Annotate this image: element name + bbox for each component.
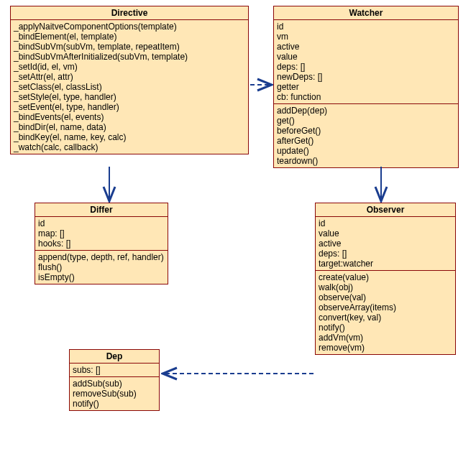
class-box-watcher: Watcher id vm active value deps: [] newD… [273,6,459,168]
method: _setClass(el, classList) [14,82,245,92]
method: teardown() [277,156,455,166]
method: convert(key, val) [319,313,452,323]
attribute: id [319,218,452,228]
attribute: deps: [] [277,62,455,72]
method: create(value) [319,272,452,282]
class-attributes: subs: [] [70,364,159,377]
method: _setEvent(el, type, handler) [14,102,245,112]
class-box-dep: Dep subs: [] addSub(sub) removeSub(sub) … [69,349,160,411]
class-box-directive: Directive _applyNaitveComponentOptions(t… [10,6,249,154]
attribute: vm [277,32,455,42]
attribute: deps: [] [319,249,452,259]
method: notify() [73,399,156,409]
class-methods: append(type, depth, ref, handler) flush(… [35,251,168,284]
method: flush() [38,262,165,272]
class-title: Observer [316,203,455,217]
class-box-differ: Differ id map: [] hooks: [] append(type,… [35,203,168,284]
attribute: id [38,218,165,228]
method: _bindEvents(el, events) [14,112,245,122]
class-attributes: id vm active value deps: [] newDeps: [] … [274,20,458,104]
method: _bindKey(el, name, key, calc) [14,132,245,142]
attribute: map: [] [38,228,165,239]
class-attributes: id value active deps: [] target:watcher [316,217,455,271]
attribute: hooks: [] [38,239,165,249]
method: update() [277,146,455,156]
attribute: active [319,239,452,249]
method: afterGet() [277,136,455,146]
method: isEmpty() [38,272,165,282]
attribute: target:watcher [319,259,452,269]
class-methods: _applyNaitveComponentOptions(template) _… [11,20,248,154]
method: observe(val) [319,292,452,302]
class-title: Differ [35,203,168,217]
method: _watch(calc, callback) [14,142,245,152]
method: _setStyle(el, type, handler) [14,92,245,102]
method: addVm(vm) [319,333,452,343]
class-title: Directive [11,6,248,20]
attribute: id [277,22,455,32]
method: _setId(id, el, vm) [14,62,245,72]
attribute: value [319,228,452,239]
class-title: Dep [70,350,159,364]
method: _bindSubVmAfterInitialized(subVm, templa… [14,52,245,62]
attribute: subs: [] [73,365,156,375]
class-methods: create(value) walk(obj) observe(val) obs… [316,271,455,354]
method: observeArray(items) [319,302,452,313]
class-box-observer: Observer id value active deps: [] target… [315,203,456,355]
method: _setAttr(el, attr) [14,72,245,82]
class-methods: addSub(sub) removeSub(sub) notify() [70,377,159,410]
method: addSub(sub) [73,379,156,389]
method: remove(vm) [319,343,452,353]
attribute: newDeps: [] [277,72,455,82]
method: _bindDir(el, name, data) [14,122,245,132]
attribute: cb: function [277,92,455,102]
class-attributes: id map: [] hooks: [] [35,217,168,251]
class-methods: addDep(dep) get() beforeGet() afterGet()… [274,104,458,167]
method: _applyNaitveComponentOptions(template) [14,22,245,32]
method: notify() [319,323,452,333]
attribute: active [277,42,455,52]
method: append(type, depth, ref, handler) [38,252,165,262]
method: walk(obj) [319,282,452,292]
method: _bindElement(el, template) [14,32,245,42]
attribute: value [277,52,455,62]
class-title: Watcher [274,6,458,20]
method: get() [277,116,455,126]
method: removeSub(sub) [73,389,156,399]
method: beforeGet() [277,126,455,136]
attribute: getter [277,82,455,92]
method: addDep(dep) [277,106,455,116]
method: _bindSubVm(subVm, template, repeatItem) [14,42,245,52]
